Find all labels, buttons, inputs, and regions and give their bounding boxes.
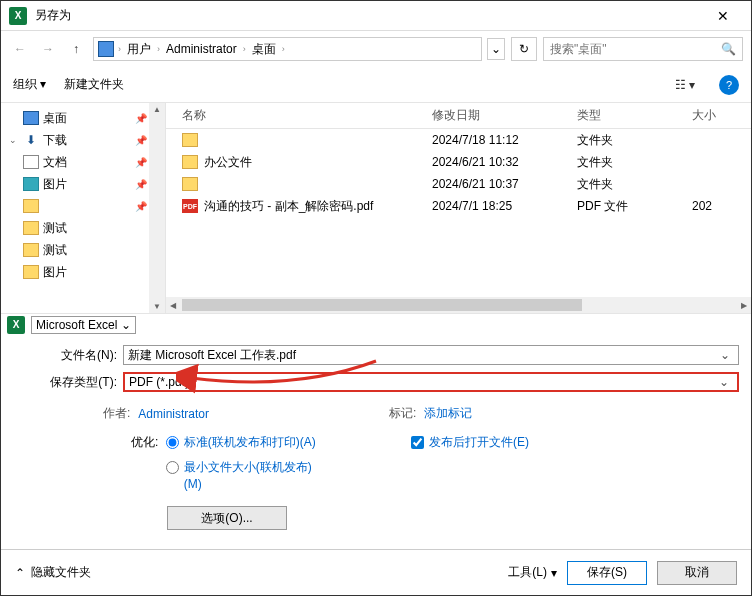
column-name[interactable]: 名称: [166, 107, 424, 124]
chevron-right-icon: ›: [280, 44, 287, 54]
folder-icon: [182, 155, 198, 169]
file-row[interactable]: 办公文件2024/6/21 10:32文件夹: [166, 151, 751, 173]
sidebar: 桌面📌 ⌄⬇下载📌 文档📌 图片📌 📌 测试 测试 图片 ▲▼: [1, 103, 166, 313]
optimize-standard-radio[interactable]: [166, 436, 179, 449]
savetype-label: 保存类型(T):: [13, 374, 123, 391]
sidebar-item-downloads[interactable]: ⌄⬇下载📌: [1, 129, 165, 151]
open-after-publish-label[interactable]: 发布后打开文件(E): [429, 434, 529, 451]
picture-icon: [23, 177, 39, 191]
pin-icon: 📌: [135, 201, 147, 212]
pin-icon: 📌: [135, 157, 147, 168]
chevron-down-icon: ⌄: [121, 318, 131, 332]
sidebar-item-folder[interactable]: 图片: [1, 261, 165, 283]
filename-input[interactable]: 新建 Microsoft Excel 工作表.pdf⌄: [123, 345, 739, 365]
open-after-publish-checkbox[interactable]: [411, 436, 424, 449]
file-type: 文件夹: [569, 154, 684, 171]
sidebar-scrollbar[interactable]: ▲▼: [149, 103, 165, 313]
file-date: 2024/7/18 11:12: [424, 133, 569, 147]
up-button[interactable]: ↑: [65, 38, 87, 60]
folder-icon: [182, 177, 198, 191]
file-row[interactable]: 2024/7/18 11:12文件夹: [166, 129, 751, 151]
optimize-label: 优化:: [131, 434, 158, 451]
breadcrumb-item[interactable]: 桌面: [250, 41, 278, 58]
column-date[interactable]: 修改日期: [424, 107, 569, 124]
sidebar-item-folder[interactable]: 📌: [1, 195, 165, 217]
folder-icon: [182, 133, 198, 147]
file-size: 202: [684, 199, 734, 213]
desktop-icon: [98, 41, 114, 57]
sidebar-item-pictures[interactable]: 图片📌: [1, 173, 165, 195]
sidebar-item-folder[interactable]: 测试: [1, 217, 165, 239]
author-value[interactable]: Administrator: [138, 407, 209, 421]
organize-menu[interactable]: 组织 ▾: [13, 76, 46, 93]
refresh-button[interactable]: ↻: [511, 37, 537, 61]
pdf-icon: PDF: [182, 199, 198, 213]
file-date: 2024/6/21 10:32: [424, 155, 569, 169]
options-button[interactable]: 选项(O)...: [167, 506, 287, 530]
file-list: 名称 修改日期 类型 大小 2024/7/18 11:12文件夹办公文件2024…: [166, 103, 751, 313]
breadcrumb-item[interactable]: 用户: [125, 41, 153, 58]
chevron-down-icon[interactable]: ⌄: [716, 348, 734, 362]
file-type: 文件夹: [569, 132, 684, 149]
tools-menu[interactable]: 工具(L) ▾: [508, 564, 557, 581]
chevron-right-icon: ›: [241, 44, 248, 54]
back-button[interactable]: ←: [9, 38, 31, 60]
download-icon: ⬇: [23, 133, 39, 147]
optimize-minimum-radio[interactable]: [166, 461, 179, 474]
search-input[interactable]: [550, 42, 721, 56]
file-row[interactable]: 2024/6/21 10:37文件夹: [166, 173, 751, 195]
column-size[interactable]: 大小: [684, 107, 734, 124]
savetype-dropdown[interactable]: PDF (*.pdf)⌄: [123, 372, 739, 392]
author-label: 作者:: [103, 405, 130, 422]
folder-icon: [23, 265, 39, 279]
close-button[interactable]: ✕: [703, 2, 743, 30]
pin-icon: 📌: [135, 135, 147, 146]
file-date: 2024/6/21 10:37: [424, 177, 569, 191]
breadcrumb[interactable]: › 用户 › Administrator › 桌面 ›: [93, 37, 482, 61]
folder-icon: [23, 243, 39, 257]
filename-label: 文件名(N):: [13, 347, 123, 364]
folder-icon: [23, 221, 39, 235]
search-box[interactable]: 🔍: [543, 37, 743, 61]
tag-label: 标记:: [389, 405, 416, 422]
chevron-up-icon: ⌃: [15, 566, 25, 580]
tag-value[interactable]: 添加标记: [424, 405, 472, 422]
chevron-right-icon: ›: [155, 44, 162, 54]
folder-icon: [23, 199, 39, 213]
optimize-minimum-label[interactable]: 最小文件大小(联机发布)(M): [184, 459, 324, 493]
hide-folders-toggle[interactable]: ⌃隐藏文件夹: [15, 564, 91, 581]
chevron-down-icon[interactable]: ⌄: [715, 375, 733, 389]
chevron-down-icon: ▾: [551, 566, 557, 580]
file-list-header[interactable]: 名称 修改日期 类型 大小: [166, 103, 751, 129]
file-type-selector[interactable]: Microsoft Excel⌄: [31, 316, 136, 334]
view-mode-button[interactable]: ☷ ▾: [669, 76, 701, 94]
pin-icon: 📌: [135, 179, 147, 190]
optimize-standard-label[interactable]: 标准(联机发布和打印)(A): [184, 434, 316, 451]
file-name: 办公文件: [204, 155, 252, 169]
help-button[interactable]: ?: [719, 75, 739, 95]
file-type: PDF 文件: [569, 198, 684, 215]
file-name: 沟通的技巧 - 副本_解除密码.pdf: [204, 199, 373, 213]
file-date: 2024/7/1 18:25: [424, 199, 569, 213]
horizontal-scrollbar[interactable]: ◀▶: [166, 297, 751, 313]
sidebar-item-folder[interactable]: 测试: [1, 239, 165, 261]
column-type[interactable]: 类型: [569, 107, 684, 124]
file-type: 文件夹: [569, 176, 684, 193]
window-title: 另存为: [35, 7, 703, 24]
sidebar-item-documents[interactable]: 文档📌: [1, 151, 165, 173]
cancel-button[interactable]: 取消: [657, 561, 737, 585]
document-icon: [23, 155, 39, 169]
search-icon: 🔍: [721, 42, 736, 56]
desktop-icon: [23, 111, 39, 125]
save-button[interactable]: 保存(S): [567, 561, 647, 585]
new-folder-button[interactable]: 新建文件夹: [64, 76, 124, 93]
breadcrumb-item[interactable]: Administrator: [164, 42, 239, 56]
breadcrumb-dropdown[interactable]: ⌄: [487, 38, 505, 60]
excel-icon: X: [7, 316, 25, 334]
chevron-right-icon: ›: [116, 44, 123, 54]
file-row[interactable]: PDF沟通的技巧 - 副本_解除密码.pdf2024/7/1 18:25PDF …: [166, 195, 751, 217]
expand-icon[interactable]: ⌄: [9, 135, 19, 145]
sidebar-item-desktop[interactable]: 桌面📌: [1, 107, 165, 129]
excel-app-icon: X: [9, 7, 27, 25]
forward-button: →: [37, 38, 59, 60]
